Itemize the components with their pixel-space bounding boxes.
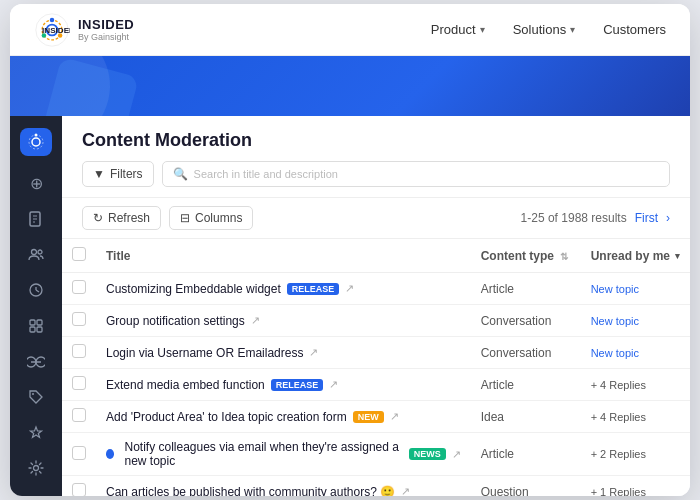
star-icon bbox=[28, 425, 44, 441]
select-all-checkbox[interactable] bbox=[72, 247, 86, 261]
row-unread: + 2 Replies bbox=[581, 433, 690, 476]
top-nav: INSIDED INSIDED By Gainsight Product ▾ S… bbox=[10, 4, 690, 56]
tag-icon bbox=[28, 389, 44, 405]
svg-rect-21 bbox=[30, 327, 35, 332]
nav-product[interactable]: Product ▾ bbox=[431, 22, 485, 37]
sidebar-item-star[interactable] bbox=[18, 417, 54, 449]
row-content-type: Article bbox=[471, 433, 581, 476]
svg-rect-19 bbox=[30, 320, 35, 325]
svg-point-27 bbox=[34, 466, 39, 471]
row-badge: NEWS bbox=[409, 448, 446, 460]
chevron-down-icon: ▾ bbox=[570, 24, 575, 35]
row-unread: New topic bbox=[581, 337, 690, 369]
external-link-icon[interactable]: ↗ bbox=[390, 410, 399, 423]
external-link-icon[interactable]: ↗ bbox=[329, 378, 338, 391]
checkbox-header bbox=[62, 239, 96, 273]
row-title: Login via Username OR Emailadress bbox=[106, 346, 303, 360]
svg-text:INSIDED: INSIDED bbox=[42, 25, 70, 34]
table-row: Customizing Embeddable widgetRELEASE↗Art… bbox=[62, 273, 690, 305]
sidebar-item-toggle[interactable] bbox=[18, 346, 54, 378]
row-checkbox[interactable] bbox=[72, 280, 86, 294]
svg-point-7 bbox=[32, 138, 40, 146]
toolbar-row: ↻ Refresh ⊟ Columns 1-25 of 1988 results… bbox=[62, 198, 690, 239]
sidebar-item-plus[interactable]: ⊕ bbox=[18, 168, 54, 200]
sidebar-item-grid[interactable] bbox=[18, 310, 54, 342]
row-title: Customizing Embeddable widget bbox=[106, 282, 281, 296]
status-new-topic: New topic bbox=[591, 315, 639, 327]
row-checkbox[interactable] bbox=[72, 312, 86, 326]
status-new-topic: New topic bbox=[591, 347, 639, 359]
row-badge: RELEASE bbox=[271, 379, 324, 391]
main-layout: ⊕ bbox=[10, 116, 690, 496]
radio-dot bbox=[106, 449, 114, 459]
row-unread: + 1 Replies bbox=[581, 476, 690, 497]
toggle-icon bbox=[27, 356, 45, 368]
row-content-type: Article bbox=[471, 369, 581, 401]
table-row: Add 'Product Area' to Idea topic creatio… bbox=[62, 401, 690, 433]
row-unread: New topic bbox=[581, 305, 690, 337]
users-icon bbox=[28, 247, 44, 263]
row-checkbox[interactable] bbox=[72, 408, 86, 422]
row-checkbox[interactable] bbox=[72, 344, 86, 358]
svg-rect-20 bbox=[37, 320, 42, 325]
search-box[interactable]: 🔍 Search in title and description bbox=[162, 161, 670, 187]
content-type-header[interactable]: Content type ⇅ bbox=[471, 239, 581, 273]
columns-icon: ⊟ bbox=[180, 211, 190, 225]
svg-line-18 bbox=[36, 290, 39, 292]
document-icon bbox=[28, 211, 44, 227]
toolbar-left: ↻ Refresh ⊟ Columns bbox=[82, 206, 253, 230]
filter-button[interactable]: ▼ Filters bbox=[82, 161, 154, 187]
unread-header[interactable]: Unread by me ▾ bbox=[581, 239, 690, 273]
table-header-row: Title Content type ⇅ Unread by me ▾ bbox=[62, 239, 690, 273]
svg-point-26 bbox=[32, 393, 34, 395]
columns-button[interactable]: ⊟ Columns bbox=[169, 206, 253, 230]
row-title: Extend media embed function bbox=[106, 378, 265, 392]
row-unread: + 4 Replies bbox=[581, 401, 690, 433]
sort-icon: ⇅ bbox=[560, 251, 568, 262]
filter-icon: ▼ bbox=[93, 167, 105, 181]
row-badge: RELEASE bbox=[287, 283, 340, 295]
row-badge: NEW bbox=[353, 411, 384, 423]
status-replies: + 1 Replies bbox=[591, 486, 646, 497]
chevron-down-icon: ▾ bbox=[480, 24, 485, 35]
status-new-topic: New topic bbox=[591, 283, 639, 295]
row-title: Can articles be published with community… bbox=[106, 485, 395, 497]
dropdown-arrow-icon: ▾ bbox=[675, 251, 680, 261]
row-title: Add 'Product Area' to Idea topic creatio… bbox=[106, 410, 347, 424]
table-row: Group notification settings↗Conversation… bbox=[62, 305, 690, 337]
external-link-icon[interactable]: ↗ bbox=[345, 282, 354, 295]
page-title: Content Moderation bbox=[82, 130, 670, 151]
title-header[interactable]: Title bbox=[96, 239, 471, 273]
external-link-icon[interactable]: ↗ bbox=[401, 485, 410, 496]
svg-point-15 bbox=[38, 250, 42, 254]
external-link-icon[interactable]: ↗ bbox=[251, 314, 260, 327]
results-first-link[interactable]: First bbox=[635, 211, 658, 225]
nav-solutions[interactable]: Solutions ▾ bbox=[513, 22, 575, 37]
external-link-icon[interactable]: ↗ bbox=[452, 448, 461, 461]
status-replies: + 2 Replies bbox=[591, 448, 646, 460]
sidebar-item-clock[interactable] bbox=[18, 275, 54, 307]
nav-links: Product ▾ Solutions ▾ Customers bbox=[431, 22, 666, 37]
refresh-button[interactable]: ↻ Refresh bbox=[82, 206, 161, 230]
table-row: Can articles be published with community… bbox=[62, 476, 690, 497]
external-link-icon[interactable]: ↗ bbox=[309, 346, 318, 359]
table-body: Customizing Embeddable widgetRELEASE↗Art… bbox=[62, 273, 690, 497]
clock-icon bbox=[28, 282, 44, 298]
row-content-type: Question bbox=[471, 476, 581, 497]
sidebar-item-users[interactable] bbox=[18, 239, 54, 271]
chevron-right-icon[interactable]: › bbox=[666, 211, 670, 225]
row-content-type: Idea bbox=[471, 401, 581, 433]
row-checkbox[interactable] bbox=[72, 376, 86, 390]
row-checkbox[interactable] bbox=[72, 446, 86, 460]
nav-customers[interactable]: Customers bbox=[603, 22, 666, 37]
sidebar-item-document[interactable] bbox=[18, 204, 54, 236]
table-row: Extend media embed functionRELEASE↗Artic… bbox=[62, 369, 690, 401]
svg-point-3 bbox=[50, 17, 55, 22]
sidebar-item-tag[interactable] bbox=[18, 381, 54, 413]
sidebar-item-settings[interactable] bbox=[18, 452, 54, 484]
content-area: Content Moderation ▼ Filters 🔍 Search in… bbox=[62, 116, 690, 496]
grid-icon bbox=[28, 318, 44, 334]
row-title: Group notification settings bbox=[106, 314, 245, 328]
table-row: Login via Username OR Emailadress↗Conver… bbox=[62, 337, 690, 369]
row-checkbox[interactable] bbox=[72, 483, 86, 496]
